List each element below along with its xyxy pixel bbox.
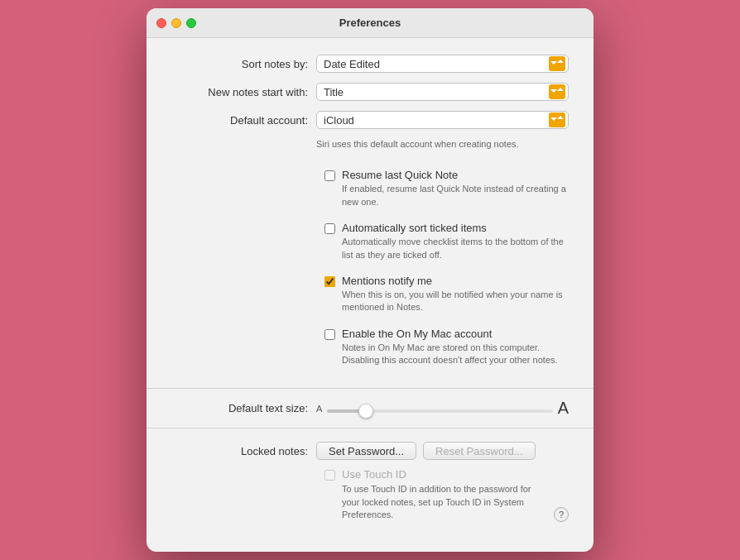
minimize-button[interactable] bbox=[171, 18, 181, 28]
default-account-control: iCloud On My Mac bbox=[316, 111, 569, 129]
auto-sort-row: Automatically sort ticked items Automati… bbox=[324, 222, 569, 261]
slider-label: Default text size: bbox=[171, 402, 316, 414]
traffic-lights bbox=[156, 18, 196, 28]
reset-password-button[interactable]: Reset Password... bbox=[423, 442, 536, 460]
sort-notes-control: Date Edited Date Created Title bbox=[316, 55, 569, 73]
locked-buttons: Set Password... Reset Password... bbox=[316, 442, 536, 460]
resume-quick-note-content: Resume last Quick Note If enabled, resum… bbox=[342, 169, 569, 208]
mentions-notify-row: Mentions notify me When this is on, you … bbox=[324, 275, 569, 314]
auto-sort-checkbox[interactable] bbox=[324, 223, 335, 234]
resume-quick-note-desc: If enabled, resume last Quick Note inste… bbox=[342, 183, 569, 208]
auto-sort-content: Automatically sort ticked items Automati… bbox=[342, 222, 569, 261]
checkboxes-section: Resume last Quick Note If enabled, resum… bbox=[147, 160, 593, 388]
touch-id-content: Use Touch ID To use Touch ID in addition… bbox=[342, 468, 547, 521]
on-my-mac-content: Enable the On My Mac account Notes in On… bbox=[342, 328, 569, 367]
new-notes-select-wrapper: Title Body bbox=[316, 83, 569, 101]
on-my-mac-desc: Notes in On My Mac are stored on this co… bbox=[342, 342, 569, 367]
new-notes-control: Title Body bbox=[316, 83, 569, 101]
maximize-button[interactable] bbox=[186, 18, 196, 28]
mentions-notify-content: Mentions notify me When this is on, you … bbox=[342, 275, 569, 314]
touch-id-row: Use Touch ID To use Touch ID in addition… bbox=[324, 468, 569, 521]
mentions-notify-checkbox[interactable] bbox=[324, 276, 335, 287]
auto-sort-desc: Automatically move checklist items to th… bbox=[342, 236, 569, 261]
default-account-row: Default account: iCloud On My Mac bbox=[171, 111, 569, 129]
new-notes-row: New notes start with: Title Body bbox=[171, 83, 569, 101]
sort-notes-row: Sort notes by: Date Edited Date Created … bbox=[171, 55, 569, 73]
resume-quick-note-label: Resume last Quick Note bbox=[342, 169, 569, 181]
window-title: Preferences bbox=[339, 17, 401, 29]
preferences-window: Preferences Sort notes by: Date Edited D… bbox=[147, 8, 593, 551]
resume-quick-note-checkbox[interactable] bbox=[324, 170, 335, 181]
auto-sort-label: Automatically sort ticked items bbox=[342, 222, 569, 234]
resume-quick-note-row: Resume last Quick Note If enabled, resum… bbox=[324, 169, 569, 208]
close-button[interactable] bbox=[156, 18, 166, 28]
preferences-content: Sort notes by: Date Edited Date Created … bbox=[147, 38, 593, 551]
touch-id-checkbox[interactable] bbox=[324, 470, 335, 481]
touch-id-desc: To use Touch ID in addition to the passw… bbox=[342, 483, 547, 521]
form-section: Sort notes by: Date Edited Date Created … bbox=[147, 55, 593, 149]
locked-section: Locked notes: Set Password... Reset Pass… bbox=[147, 428, 593, 534]
mentions-notify-label: Mentions notify me bbox=[342, 275, 569, 287]
locked-row: Locked notes: Set Password... Reset Pass… bbox=[171, 442, 569, 460]
sort-notes-select-wrapper: Date Edited Date Created Title bbox=[316, 55, 569, 73]
default-account-select[interactable]: iCloud On My Mac bbox=[316, 111, 569, 129]
text-size-slider[interactable] bbox=[327, 409, 552, 413]
help-icon[interactable]: ? bbox=[554, 507, 569, 522]
default-account-label: Default account: bbox=[171, 114, 316, 127]
touch-id-label: Use Touch ID bbox=[342, 468, 547, 481]
locked-notes-label: Locked notes: bbox=[171, 445, 316, 457]
on-my-mac-row: Enable the On My Mac account Notes in On… bbox=[324, 328, 569, 367]
mentions-notify-desc: When this is on, you will be notified wh… bbox=[342, 289, 569, 314]
on-my-mac-checkbox[interactable] bbox=[324, 329, 335, 340]
slider-track bbox=[327, 401, 552, 416]
on-my-mac-label: Enable the On My Mac account bbox=[342, 328, 569, 340]
titlebar: Preferences bbox=[147, 8, 593, 38]
sort-notes-label: Sort notes by: bbox=[171, 58, 316, 70]
slider-section: Default text size: A A bbox=[147, 388, 593, 428]
siri-note: Siri uses this default account when crea… bbox=[316, 139, 569, 149]
new-notes-select[interactable]: Title Body bbox=[316, 83, 569, 101]
slider-small-a: A bbox=[316, 404, 322, 414]
slider-large-a: A bbox=[558, 399, 569, 418]
new-notes-label: New notes start with: bbox=[171, 86, 316, 98]
sort-notes-select[interactable]: Date Edited Date Created Title bbox=[316, 55, 569, 73]
slider-row: Default text size: A A bbox=[171, 399, 569, 418]
default-account-select-wrapper: iCloud On My Mac bbox=[316, 111, 569, 129]
set-password-button[interactable]: Set Password... bbox=[316, 442, 416, 460]
